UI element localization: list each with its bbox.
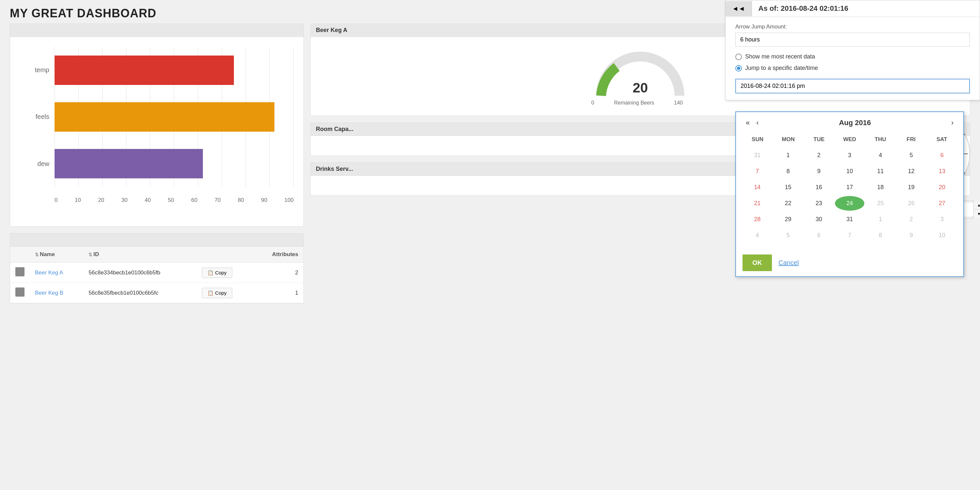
cal-day[interactable]: 25 [865, 196, 895, 211]
cal-day[interactable]: 1 [865, 212, 895, 227]
cal-day[interactable]: 21 [743, 196, 772, 211]
arrow-jump-label: Arrow Jump Amount: [735, 24, 970, 30]
svg-text:20: 20 [633, 80, 648, 95]
bar-fill-temp [54, 56, 234, 85]
arrow-jump-input[interactable] [735, 33, 970, 47]
time-up-button[interactable]: ▲ [974, 201, 980, 210]
copy-button[interactable]: 📋 Copy [202, 267, 232, 278]
row-name-link[interactable]: Beer Keg B [35, 290, 64, 296]
radio-specific-label: Jump to a specific date/time [745, 65, 818, 72]
cal-day[interactable]: 3 [928, 212, 957, 227]
cal-dow-row: SUN MON TUE WED THU FRI SAT [743, 134, 957, 145]
table-header-bar [10, 234, 304, 247]
cal-day[interactable]: 2 [896, 212, 926, 227]
cal-day[interactable]: 12 [896, 164, 926, 179]
radio-specific[interactable]: Jump to a specific date/time [735, 65, 970, 72]
cal-day[interactable]: 18 [865, 180, 895, 195]
cal-days-grid: 3112345678910111213141516171819202122232… [743, 148, 957, 243]
table-row: Beer Keg B 56c8e35fbecb1e0100c6b5fc 📋 Co… [10, 283, 304, 303]
cal-day[interactable]: 5 [773, 228, 803, 243]
chart-widget: temp feels [10, 24, 304, 227]
cal-day[interactable]: 13 [928, 164, 957, 179]
bar-fill-feels [54, 102, 274, 132]
bar-dew: dew [30, 149, 294, 178]
cal-day[interactable]: 26 [896, 196, 926, 211]
cal-day[interactable]: 9 [896, 228, 926, 243]
bar-fill-dew [54, 149, 203, 178]
cal-day[interactable]: 31 [743, 148, 772, 163]
cal-day[interactable]: 27 [928, 196, 957, 211]
as-of-label: As of: 2016-08-24 02:01:16 [752, 0, 855, 17]
cal-day[interactable]: 1 [773, 148, 803, 163]
col-copy [197, 247, 253, 262]
cal-day[interactable]: 6 [804, 228, 834, 243]
cal-day[interactable]: 22 [773, 196, 803, 211]
cal-day[interactable]: 8 [865, 228, 895, 243]
cal-month: Aug 2016 [762, 119, 948, 127]
radio-recent[interactable]: Show me most recent data [735, 53, 970, 60]
cal-day[interactable]: 10 [835, 164, 864, 179]
cal-next-button[interactable]: › [948, 117, 957, 128]
cal-day[interactable]: 20 [928, 180, 957, 195]
calendar-popup: « ‹ Aug 2016 › SUN MON TUE WED THU FRI S… [735, 111, 964, 277]
cal-day[interactable]: 4 [865, 148, 895, 163]
row-checkbox[interactable] [15, 288, 24, 297]
cal-day[interactable]: 5 [896, 148, 926, 163]
back-button[interactable]: ◄◄ [725, 1, 752, 16]
cal-day[interactable]: 3 [835, 148, 864, 163]
bar-label-temp: temp [30, 66, 49, 74]
cal-day[interactable]: 8 [773, 164, 803, 179]
datetime-specific-input[interactable] [735, 79, 970, 94]
gauge-min: 0 [591, 100, 594, 106]
gauge-max: 140 [674, 100, 683, 106]
cal-day[interactable]: 15 [773, 180, 803, 195]
radio-specific-circle [735, 65, 742, 72]
chart-header [10, 24, 304, 37]
row-checkbox[interactable] [15, 267, 24, 276]
calendar-ok-button[interactable]: OK [743, 255, 772, 271]
col-id: ⇅ ID [83, 247, 197, 262]
cal-day[interactable]: 4 [743, 228, 772, 243]
col-checkbox [10, 247, 30, 262]
cal-day[interactable]: 24 [835, 196, 864, 211]
col-name: ⇅ Name [30, 247, 83, 262]
bar-temp: temp [30, 56, 294, 85]
cal-prev-button[interactable]: ‹ [753, 117, 762, 128]
bar-label-feels: feels [30, 113, 49, 121]
time-down-button[interactable]: ▼ [974, 210, 980, 218]
cal-day[interactable]: 19 [896, 180, 926, 195]
gauge-label: Remaining Beers [614, 100, 654, 106]
row-name-link[interactable]: Beer Keg A [35, 269, 63, 276]
cal-day[interactable]: 6 [928, 148, 957, 163]
cal-day[interactable]: 17 [835, 180, 864, 195]
cal-day[interactable]: 11 [865, 164, 895, 179]
cal-day[interactable]: 2 [804, 148, 834, 163]
cal-day[interactable]: 7 [743, 164, 772, 179]
cal-day[interactable]: 14 [743, 180, 772, 195]
radio-recent-label: Show me most recent data [745, 53, 815, 60]
cal-day[interactable]: 29 [773, 212, 803, 227]
cal-day[interactable]: 28 [743, 212, 772, 227]
cal-day[interactable]: 31 [835, 212, 864, 227]
col-attributes: Attributes [253, 247, 304, 262]
bar-feels: feels [30, 102, 294, 132]
table-widget: ⇅ Name ⇅ ID Attributes [10, 233, 304, 304]
radio-recent-circle [735, 54, 742, 60]
table-row: Beer Keg A 56c8e334becb1e0100c6b5fb 📋 Co… [10, 262, 304, 283]
calendar-cancel-button[interactable]: Cancel [778, 259, 799, 267]
cal-day[interactable]: 7 [835, 228, 864, 243]
cal-day[interactable]: 16 [804, 180, 834, 195]
cal-prev-prev-button[interactable]: « [743, 117, 753, 128]
cal-day[interactable]: 30 [804, 212, 834, 227]
cal-day[interactable]: 10 [928, 228, 957, 243]
bar-label-dew: dew [30, 160, 49, 167]
cal-day[interactable]: 23 [804, 196, 834, 211]
copy-button[interactable]: 📋 Copy [202, 288, 232, 298]
cal-day[interactable]: 9 [804, 164, 834, 179]
datetime-panel: ◄◄ As of: 2016-08-24 02:01:16 Arrow Jump… [725, 0, 980, 100]
gauge-svg: 20 [591, 47, 689, 105]
